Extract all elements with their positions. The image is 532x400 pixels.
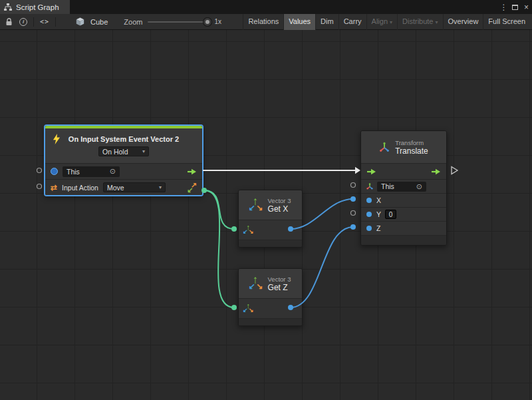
window-menu-icon[interactable]: ⋮ bbox=[498, 0, 509, 14]
node-on-input-system-event[interactable]: On Input System Event Vector 2 On Hold ▾… bbox=[45, 125, 203, 196]
flow-continuation-triangle-icon[interactable] bbox=[452, 167, 458, 174]
zoom-slider-knob[interactable] bbox=[203, 18, 211, 26]
vector3-icon: ↑ ↙ ↘ bbox=[250, 277, 263, 290]
transform-mini-icon bbox=[366, 183, 373, 190]
event-this-port[interactable] bbox=[37, 168, 42, 173]
get-z-category: Vector 3 bbox=[268, 276, 291, 283]
input-action-icon: ⇄ bbox=[51, 183, 57, 192]
maximize-box-icon bbox=[512, 5, 518, 10]
translate-header: Transform Translate bbox=[361, 131, 446, 163]
toolbar-divider bbox=[55, 17, 56, 27]
node-translate[interactable]: Transform Translate This ⊙ bbox=[360, 130, 447, 246]
graph-icon bbox=[4, 3, 12, 11]
get-x-footer bbox=[239, 240, 302, 247]
translate-z-row: Z bbox=[361, 221, 446, 235]
flow-output-arrow-icon[interactable] bbox=[187, 168, 197, 175]
values-button[interactable]: Values bbox=[283, 14, 315, 30]
tab-label: Script Graph bbox=[16, 3, 59, 11]
translate-category: Transform bbox=[395, 139, 428, 146]
input-action-dropdown[interactable]: Move ▾ bbox=[103, 182, 166, 192]
event-this-row: This ⊙ bbox=[45, 163, 202, 179]
this-object-pill[interactable]: This ⊙ bbox=[63, 166, 120, 177]
vector3-input-icon[interactable]: ↑ ↙ ↘ bbox=[244, 304, 253, 313]
chevron-down-icon: ▾ bbox=[436, 19, 438, 25]
event-input-action-row: ⇄ Input Action Move ▾ ↗ ↙ bbox=[45, 179, 202, 195]
get-x-category: Vector 3 bbox=[268, 197, 291, 204]
z-port-label: Z bbox=[376, 224, 380, 232]
flow-wire-arrowhead bbox=[355, 167, 360, 174]
translate-title: Translate bbox=[395, 146, 428, 156]
get-z-port-row: ↑ ↙ ↘ bbox=[239, 298, 302, 318]
node-get-x[interactable]: ↑ ↙ ↘ Vector 3 Get X ↑ ↙ ↘ bbox=[238, 190, 303, 248]
vector3-input-icon[interactable]: ↑ ↙ ↘ bbox=[244, 226, 253, 235]
graph-canvas[interactable]: On Input System Event Vector 2 On Hold ▾… bbox=[0, 30, 532, 400]
translate-x-input-port[interactable] bbox=[350, 196, 356, 202]
zoom-slider[interactable] bbox=[148, 21, 209, 23]
chevron-down-icon: ▾ bbox=[390, 19, 392, 25]
flow-output-arrow-icon[interactable] bbox=[431, 168, 441, 175]
toolbar-button-strip: Relations Values Dim Carry Align▾ Distri… bbox=[243, 14, 530, 30]
translate-this-port[interactable] bbox=[351, 183, 356, 188]
overview-button[interactable]: Overview bbox=[443, 14, 483, 30]
get-x-port-row: ↑ ↙ ↘ bbox=[239, 220, 302, 240]
window-maximize-icon[interactable] bbox=[509, 0, 521, 14]
translate-y-row: Y 0 bbox=[361, 207, 446, 221]
graph-toolbar: i <> Cube Zoom 1x Relations Values Dim C… bbox=[0, 14, 532, 30]
lightning-bolt-icon bbox=[53, 134, 61, 144]
window-close-icon[interactable]: × bbox=[521, 0, 532, 14]
transform-icon bbox=[379, 142, 390, 152]
full-screen-button[interactable]: Full Screen bbox=[483, 14, 530, 30]
get-x-header: ↑ ↙ ↘ Vector 3 Get X bbox=[239, 190, 302, 220]
get-x-title: Get X bbox=[268, 204, 291, 214]
object-picker-icon[interactable]: ⊙ bbox=[110, 167, 116, 176]
translate-x-row: X bbox=[361, 193, 446, 207]
x-port-dot[interactable] bbox=[366, 198, 372, 203]
translate-this-row: This ⊙ bbox=[361, 179, 446, 193]
vector3-icon: ↑ ↙ ↘ bbox=[250, 198, 263, 212]
zoom-label: Zoom bbox=[124, 18, 142, 26]
x-port-label: X bbox=[376, 196, 381, 204]
getx-input-port[interactable] bbox=[231, 226, 237, 232]
get-z-footer bbox=[239, 318, 302, 325]
translate-z-input-port[interactable] bbox=[350, 224, 356, 230]
translate-y-port[interactable] bbox=[351, 211, 356, 216]
y-port-label: Y bbox=[376, 210, 381, 218]
target-object-name[interactable]: Cube bbox=[90, 18, 108, 26]
event-node-header: On Input System Event Vector 2 On Hold ▾ bbox=[45, 128, 202, 163]
toolbar-divider bbox=[33, 17, 34, 27]
z-port-dot[interactable] bbox=[366, 226, 372, 231]
object-picker-icon[interactable]: ⊙ bbox=[416, 182, 422, 191]
event-mode-dropdown[interactable]: On Hold ▾ bbox=[98, 146, 149, 156]
lock-icon[interactable] bbox=[5, 18, 13, 26]
node-get-z[interactable]: ↑ ↙ ↘ Vector 3 Get Z ↑ ↙ ↘ bbox=[238, 268, 303, 326]
chevron-down-icon: ▾ bbox=[142, 148, 145, 154]
getz-input-port[interactable] bbox=[231, 305, 237, 310]
chevron-down-icon: ▾ bbox=[159, 184, 162, 190]
align-button[interactable]: Align▾ bbox=[366, 14, 397, 30]
distribute-button[interactable]: Distribute▾ bbox=[397, 14, 442, 30]
wire-vector2-to-getx bbox=[204, 190, 234, 229]
get-z-header: ↑ ↙ ↘ Vector 3 Get Z bbox=[239, 269, 302, 298]
translate-footer bbox=[361, 235, 446, 245]
event-action-port[interactable] bbox=[37, 184, 42, 189]
flow-input-arrow-icon[interactable] bbox=[366, 168, 376, 175]
tab-script-graph[interactable]: Script Graph bbox=[0, 0, 70, 14]
info-icon[interactable]: i bbox=[19, 18, 27, 26]
translate-flow-row bbox=[361, 163, 446, 179]
this-object-pill[interactable]: This ⊙ bbox=[377, 182, 426, 192]
input-action-label: Input Action bbox=[62, 184, 98, 192]
carry-button[interactable]: Carry bbox=[338, 14, 366, 30]
vector2-output-icon[interactable]: ↗ ↙ bbox=[188, 183, 197, 192]
titlebar-spacer bbox=[70, 0, 498, 14]
dim-button[interactable]: Dim bbox=[315, 14, 338, 30]
y-port-dot[interactable] bbox=[366, 212, 372, 217]
code-view-icon[interactable]: <> bbox=[40, 18, 49, 25]
zoom-value: 1x bbox=[214, 18, 221, 25]
gameobject-icon bbox=[51, 168, 58, 175]
wire-vector2-to-getz bbox=[204, 190, 234, 307]
get-z-title: Get Z bbox=[268, 283, 291, 292]
event-node-title: On Input System Event Vector 2 bbox=[68, 135, 179, 143]
cube-icon bbox=[76, 17, 84, 26]
y-value-field[interactable]: 0 bbox=[385, 210, 396, 219]
relations-button[interactable]: Relations bbox=[243, 14, 283, 30]
